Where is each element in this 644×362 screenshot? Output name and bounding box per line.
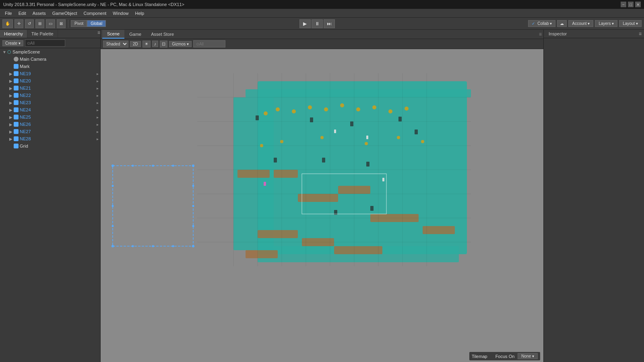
shading-select[interactable]: Shaded <box>103 41 128 47</box>
item-label: Mark <box>20 64 29 69</box>
svg-point-69 <box>132 245 134 247</box>
cloud-button[interactable]: ☁ <box>557 20 567 27</box>
transform-tool-button[interactable]: ⊠ <box>57 19 66 28</box>
menu-edit[interactable]: Edit <box>15 10 29 16</box>
svg-rect-34 <box>398 117 402 121</box>
menu-assets[interactable]: Assets <box>29 10 49 16</box>
list-item[interactable]: ▶ NE28 ▸ <box>0 135 100 142</box>
item-label: NE28 <box>20 136 31 141</box>
menu-component[interactable]: Component <box>80 10 109 16</box>
2d-button[interactable]: 2D <box>130 41 141 47</box>
pause-button[interactable]: ⏸ <box>312 19 323 28</box>
svg-point-20 <box>340 103 344 107</box>
layers-button[interactable]: Layers ▾ <box>595 20 617 27</box>
expand-right-icon: ▸ <box>97 72 99 76</box>
go-icon <box>14 100 19 105</box>
svg-point-73 <box>112 205 114 207</box>
list-item[interactable]: ▶ NE25 ▸ <box>0 113 100 121</box>
rect-tool-button[interactable]: ▭ <box>46 19 55 28</box>
svg-point-27 <box>320 136 324 139</box>
svg-rect-44 <box>382 178 384 181</box>
scene-search-input[interactable] <box>193 40 225 47</box>
scene-panel-options[interactable]: ≡ <box>539 31 542 37</box>
svg-point-30 <box>421 140 424 143</box>
inspector-tab-label[interactable]: Inspector <box>546 30 569 38</box>
right-panel: Inspector ≡ <box>543 30 644 362</box>
center-panel: Scene Game Asset Store ≡ Shaded 2D ☀ ♪ ⊡… <box>101 30 543 362</box>
gizmos-button[interactable]: Gizmos ▾ <box>169 41 192 47</box>
rotate-tool-button[interactable]: ↺ <box>25 19 34 28</box>
move-tool-button[interactable]: ✛ <box>14 19 23 28</box>
list-item[interactable]: ▶ NE19 ▸ <box>0 70 100 77</box>
svg-rect-13 <box>334 246 382 254</box>
scene-icon: ⬡ <box>7 49 11 55</box>
svg-rect-3 <box>246 89 471 97</box>
global-button[interactable]: Global <box>87 20 106 27</box>
list-item[interactable]: ▶ NE23 ▸ <box>0 99 100 106</box>
scene-expand-arrow[interactable]: ▼ <box>2 50 7 54</box>
collab-button[interactable]: ✓ Collab ▾ <box>528 20 555 27</box>
list-item[interactable]: ▶ Mark <box>0 63 100 70</box>
svg-point-22 <box>372 105 376 109</box>
inspector-pin-icon[interactable]: ≡ <box>639 31 642 37</box>
hierarchy-search-input[interactable] <box>25 39 65 47</box>
list-item[interactable]: ▶ NE22 ▸ <box>0 92 100 99</box>
tab-hierarchy[interactable]: Hierarchy <box>0 30 27 38</box>
svg-point-62 <box>111 165 114 167</box>
svg-point-66 <box>132 165 134 167</box>
scene-name-label: SampleScene <box>12 49 40 54</box>
close-button[interactable]: ✕ <box>635 2 641 7</box>
svg-rect-33 <box>350 121 353 126</box>
menu-gameobject[interactable]: GameObject <box>49 10 80 16</box>
go-icon <box>14 115 19 119</box>
tab-tile-palette[interactable]: Tile Palette <box>27 30 58 38</box>
hierarchy-list[interactable]: ▼ ⬡ SampleScene ▶ Main Camera ▶ Mark ▶ N… <box>0 48 100 362</box>
maximize-button[interactable]: □ <box>628 2 634 7</box>
item-label: Main Camera <box>20 57 46 62</box>
effects-button[interactable]: ⊡ <box>160 41 167 47</box>
play-button[interactable]: ▶ <box>299 19 311 28</box>
scene-background: Tilemap Focus On None ▾ <box>101 49 543 362</box>
go-icon <box>14 136 19 141</box>
account-button[interactable]: Account ▾ <box>568 20 593 27</box>
svg-point-76 <box>192 205 194 207</box>
hand-tool-button[interactable]: ✋ <box>2 19 13 28</box>
step-button[interactable]: ⏭ <box>324 19 335 28</box>
panel-lock-icon[interactable]: ≡ <box>97 30 100 38</box>
svg-point-75 <box>192 185 194 187</box>
left-panel: Hierarchy Tile Palette ≡ Create ▾ ▼ ⬡ Sa… <box>0 30 101 362</box>
item-label: Grid <box>20 144 28 148</box>
svg-point-77 <box>192 225 194 227</box>
minimize-button[interactable]: − <box>621 2 626 7</box>
list-item[interactable]: ▶ Grid <box>0 142 100 150</box>
menu-help[interactable]: Help <box>132 10 147 16</box>
go-icon <box>14 86 19 90</box>
menu-file[interactable]: File <box>2 10 15 16</box>
lighting-button[interactable]: ☀ <box>142 41 151 47</box>
scale-tool-button[interactable]: ⊞ <box>35 19 44 28</box>
list-item[interactable]: ▶ NE27 ▸ <box>0 128 100 135</box>
pivot-button[interactable]: Pivot <box>71 20 87 27</box>
tab-asset-store[interactable]: Asset Store <box>146 30 179 38</box>
list-item[interactable]: ▶ NE26 ▸ <box>0 121 100 128</box>
toolbar-sep-1 <box>68 20 68 28</box>
audio-button[interactable]: ♪ <box>152 41 159 47</box>
item-label: NE22 <box>20 93 31 98</box>
list-item[interactable]: ▶ NE20 ▸ <box>0 77 100 84</box>
svg-point-64 <box>111 245 114 247</box>
tab-game[interactable]: Game <box>124 30 146 38</box>
hierarchy-scene-root[interactable]: ▼ ⬡ SampleScene <box>0 48 100 56</box>
menu-window[interactable]: Window <box>109 10 132 16</box>
svg-point-18 <box>308 105 312 109</box>
focus-none-button[interactable]: None ▾ <box>518 353 538 359</box>
svg-point-67 <box>152 165 154 167</box>
list-item[interactable]: ▶ NE21 ▸ <box>0 84 100 92</box>
layout-button[interactable]: Layout ▾ <box>619 20 642 27</box>
go-icon <box>14 64 19 69</box>
list-item[interactable]: ▶ Main Camera <box>0 56 100 63</box>
list-item[interactable]: ▶ NE24 ▸ <box>0 106 100 113</box>
tab-scene[interactable]: Scene <box>102 30 124 39</box>
svg-point-72 <box>112 185 114 187</box>
hierarchy-create-button[interactable]: Create ▾ <box>2 40 23 46</box>
svg-rect-11 <box>258 230 298 238</box>
